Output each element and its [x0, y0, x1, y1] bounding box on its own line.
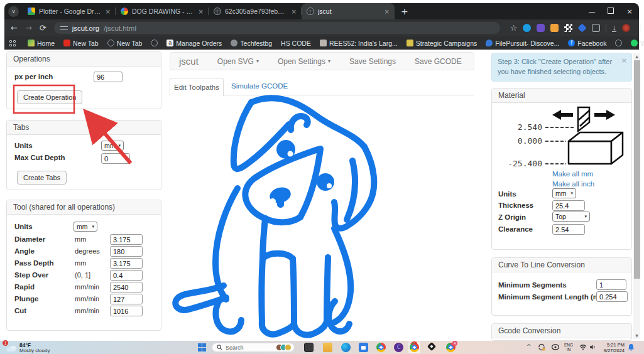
bookmark-item[interactable]: New Tab	[63, 40, 99, 47]
scrollbar-thumb[interactable]	[634, 60, 640, 279]
downloads-icon[interactable]: ↓	[612, 24, 616, 32]
scroll-up-icon[interactable]: ▲	[633, 54, 640, 58]
bookmark-icon-only[interactable]	[151, 40, 158, 46]
tray-app-icon[interactable]	[552, 344, 559, 350]
rapid-unit: mm/min	[75, 283, 99, 291]
site-settings-icon[interactable]	[60, 25, 68, 31]
browser-tab[interactable]: Plotter - Google Drive ×	[23, 3, 116, 19]
taskbar-app-c[interactable]: C	[394, 343, 403, 352]
reload-icon[interactable]: ⟳	[40, 23, 46, 33]
browser-tab[interactable]: 62c305a9e793feb3dffd53c6a44 ×	[209, 3, 302, 19]
tab-close-icon[interactable]: ×	[385, 8, 390, 15]
tab-edit-toolpaths[interactable]: Edit Toolpaths	[170, 78, 224, 96]
alert-text: Step 3: Click "Create Operation" after y…	[498, 58, 612, 75]
min-segments-input[interactable]	[596, 279, 626, 290]
taskbar-app-store[interactable]	[359, 343, 368, 352]
speaker-icon[interactable]	[589, 344, 596, 350]
material-panel: Material 2.540 0.000 -25.400	[491, 88, 632, 250]
diameter-input[interactable]	[110, 234, 143, 245]
close-window-button[interactable]: ×	[620, 8, 639, 16]
tab-close-icon[interactable]: ×	[199, 8, 204, 15]
bookmark-item[interactable]: FilePursuit- Discove...	[486, 40, 559, 47]
open-settings-menu[interactable]: Open Settings▾	[278, 57, 330, 66]
bookmark-item[interactable]: HS CODE	[281, 40, 311, 47]
new-tab-button[interactable]: +	[401, 6, 408, 16]
taskbar-app-edge[interactable]	[341, 343, 351, 352]
bookmark-item[interactable]: Home	[28, 40, 55, 47]
max-cut-depth-input[interactable]	[101, 153, 130, 164]
language-indicator[interactable]: ENGIN	[564, 343, 573, 352]
bookmark-item[interactable]: WhatsApp	[631, 40, 644, 47]
make-all-mm-link[interactable]: Make all mm	[552, 170, 593, 178]
bookmark-item[interactable]: fFacebook	[568, 40, 606, 47]
extension-icon[interactable]	[550, 24, 559, 32]
qr-extension-icon[interactable]	[564, 24, 572, 32]
tab-simulate-gcode[interactable]: Simulate GCODE	[231, 82, 288, 90]
taskbar-app-laptop[interactable]	[304, 343, 314, 352]
tray-chevron-icon[interactable]: ^	[527, 343, 532, 350]
open-svg-menu[interactable]: Open SVG▾	[217, 57, 259, 66]
tabs-units-select[interactable]: mm▾	[101, 141, 124, 151]
tool-units-select[interactable]: mm▾	[74, 222, 97, 232]
apps-grid-icon[interactable]	[9, 40, 16, 46]
bookmark-item[interactable]: Strategic Campaigns	[407, 40, 477, 47]
z-origin-select[interactable]: Top▾	[552, 212, 590, 222]
thickness-input[interactable]	[552, 200, 585, 211]
px-per-inch-input[interactable]	[94, 72, 123, 82]
browser-tab-active[interactable]: jscut ×	[302, 3, 395, 19]
save-settings-button[interactable]: Save Settings	[349, 57, 396, 66]
clock[interactable]: 5:21 PM 9/27/2024	[598, 342, 625, 354]
min-segment-length-input[interactable]	[596, 291, 628, 302]
cut-input[interactable]	[110, 306, 143, 316]
right-scrollbar[interactable]: ▲ ▼	[633, 53, 640, 339]
windows-start-button[interactable]	[198, 343, 206, 351]
dog-drawing-canvas[interactable]	[170, 94, 396, 342]
taskbar-app-chrome-active[interactable]	[408, 341, 420, 353]
kebab-menu-icon[interactable]: ⋮	[636, 23, 644, 33]
taskbar-app-chrome[interactable]	[376, 343, 386, 352]
browser-tab[interactable]: DOG DRAWING - Google Searc ×	[116, 3, 209, 19]
maximize-button[interactable]	[601, 8, 620, 15]
notification-bell-icon[interactable]	[628, 343, 635, 351]
make-all-inch-link[interactable]: Make all inch	[552, 180, 594, 188]
taskbar-app-chrome-a[interactable]: A	[446, 343, 456, 352]
taskbar-app-file-explorer[interactable]	[323, 343, 332, 352]
wifi-icon[interactable]	[579, 344, 587, 350]
bookmark-icon-only[interactable]	[615, 40, 622, 46]
material-units-select[interactable]: mm▾	[552, 188, 576, 198]
plunge-input[interactable]	[110, 294, 143, 304]
create-tabs-button[interactable]: Create Tabs	[17, 171, 67, 185]
angle-input[interactable]	[110, 246, 143, 257]
tab-close-icon[interactable]: ×	[106, 8, 111, 15]
scroll-down-icon[interactable]: ▼	[633, 333, 640, 338]
clearance-input[interactable]	[552, 224, 585, 235]
weather-widget[interactable]: 1	[5, 343, 18, 354]
tab-close-icon[interactable]: ×	[292, 8, 297, 15]
extensions-puzzle-icon[interactable]	[592, 24, 600, 32]
bookmark-item[interactable]: New Tab	[107, 40, 143, 47]
address-bar[interactable]: jscut.org/jscut.html	[54, 22, 500, 34]
extension-icon[interactable]	[523, 24, 531, 32]
taskbar-search[interactable]: Search	[212, 343, 295, 352]
diamond-extension-icon[interactable]	[578, 23, 587, 32]
back-icon[interactable]: ←	[11, 23, 18, 33]
create-operation-button[interactable]: Create Operation	[17, 90, 82, 104]
jscut-brand[interactable]: jscut	[179, 56, 199, 67]
bookmark-star-icon[interactable]: ☆	[510, 23, 518, 33]
save-gcode-button[interactable]: Save GCODE	[415, 57, 462, 66]
sync-icon[interactable]	[538, 343, 545, 351]
tab-search-icon[interactable]: ∨	[8, 6, 19, 17]
bookmark-item[interactable]: Techfestbg	[231, 40, 272, 47]
dog-nose	[268, 185, 293, 208]
profile-avatar[interactable]	[622, 24, 630, 32]
minimize-button[interactable]: —	[582, 8, 601, 16]
pass-depth-input[interactable]	[110, 258, 143, 269]
bookmark-item[interactable]: REES52: India's Larg...	[320, 40, 398, 47]
bookmark-item[interactable]: aManage Orders	[166, 40, 222, 47]
extension-icon[interactable]	[537, 24, 545, 32]
step-over-input[interactable]	[110, 270, 143, 281]
taskbar-app-inkscape[interactable]	[428, 343, 435, 350]
forward-icon[interactable]: →	[25, 23, 32, 33]
rapid-input[interactable]	[110, 282, 143, 292]
alert-close-icon[interactable]: ×	[621, 56, 627, 66]
